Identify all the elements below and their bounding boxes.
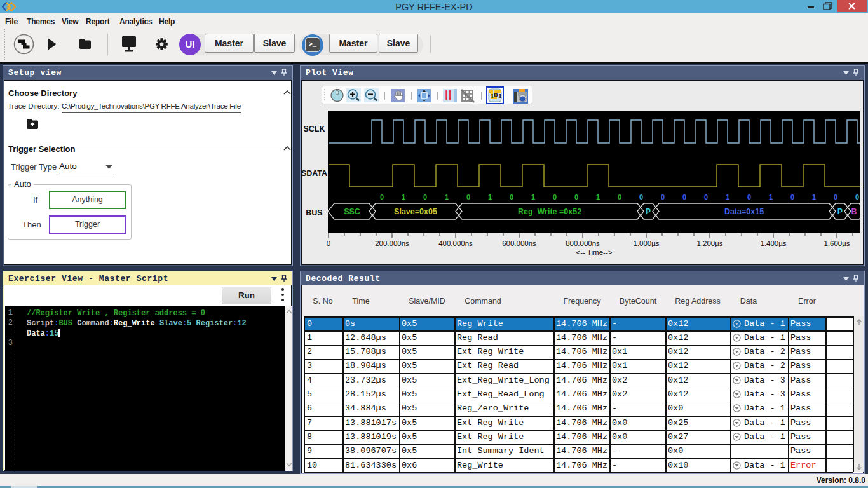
svg-text:1: 1 [531,193,535,201]
svg-text:0: 0 [553,193,557,201]
svg-text:0: 0 [510,193,513,201]
svg-text:P: P [646,207,651,216]
svg-text:0: 0 [466,193,470,201]
svg-text:Slave=0x05: Slave=0x05 [394,207,437,216]
svg-text:0: 0 [380,193,384,201]
svg-text:0: 0 [790,193,794,201]
svg-text:Data=0x15: Data=0x15 [724,207,764,216]
svg-text:1: 1 [812,193,816,201]
svg-text:B: B [851,207,857,216]
svg-text:0: 0 [704,193,708,201]
svg-text:0: 0 [661,193,665,201]
svg-text:0: 0 [574,193,578,201]
svg-text:0: 0 [834,193,837,201]
svg-text:0: 0 [682,193,686,201]
svg-text:SSC: SSC [344,207,360,216]
svg-text:Reg_Write =0x52: Reg_Write =0x52 [518,207,581,216]
svg-text:0: 0 [747,193,751,201]
svg-text:1: 1 [488,193,492,201]
svg-text:0: 0 [618,193,621,201]
svg-text:0: 0 [423,193,427,201]
svg-text:1: 1 [498,93,503,100]
svg-text:0: 0 [639,193,643,201]
svg-text:P: P [837,207,843,216]
svg-text:1: 1 [596,193,600,201]
svg-text:0: 0 [855,193,859,201]
svg-text:1: 1 [769,193,773,201]
svg-text:1: 1 [402,193,405,201]
svg-text:1: 1 [726,193,729,201]
svg-text:1: 1 [445,193,449,201]
